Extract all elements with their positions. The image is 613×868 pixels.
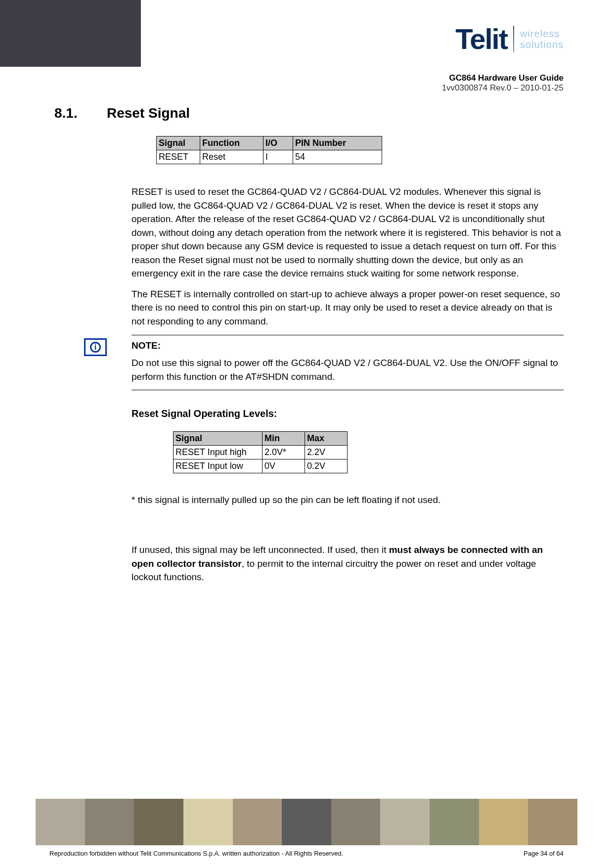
note-label: NOTE: [131, 340, 564, 351]
tagline-line-1: wireless [520, 28, 560, 39]
footer-image-strip [36, 799, 577, 845]
td-pin: 54 [293, 150, 382, 164]
para3-pre: If unused, this signal may be left uncon… [131, 545, 389, 555]
td-signal: RESET Input low [174, 459, 263, 473]
info-icon-glyph: i [90, 342, 101, 353]
th-min: Min [263, 431, 305, 445]
paragraph-reset-desc: RESET is used to reset the GC864-QUAD V2… [131, 185, 564, 280]
levels-table: Signal Min Max RESET Input high 2.0V* 2.… [173, 431, 348, 473]
section-title: Reset Signal [107, 105, 190, 121]
signal-table: Signal Function I/O PIN Number RESET Res… [156, 136, 382, 164]
logo-text: Telit [455, 22, 507, 55]
section-heading: 8.1. Reset Signal [54, 105, 564, 121]
table-header-row: Signal Function I/O PIN Number [157, 137, 382, 150]
td-function: Reset [200, 150, 263, 164]
doc-rev: 1vv0300874 Rev.0 – 2010-01-25 [442, 83, 564, 93]
note-box: i NOTE: Do not use this signal to power … [131, 335, 564, 390]
table-row: RESET Reset I 54 [157, 150, 382, 164]
footer-right: Page 34 of 64 [524, 850, 564, 857]
doc-title: GC864 Hardware User Guide [442, 73, 564, 83]
th-max: Max [305, 431, 348, 445]
td-io: I [263, 150, 293, 164]
th-io: I/O [263, 137, 293, 150]
td-signal: RESET Input high [174, 445, 263, 459]
section-number: 8.1. [54, 105, 84, 121]
table-row: RESET Input low 0V 0.2V [174, 459, 348, 473]
paragraph-reset-startup: The RESET is internally controlled on st… [131, 287, 564, 328]
td-min: 2.0V* [263, 445, 305, 459]
footer: Reproduction forbidden without Telit Com… [49, 850, 564, 857]
footer-left: Reproduction forbidden without Telit Com… [49, 850, 343, 857]
logo-divider [513, 26, 514, 52]
doc-meta: GC864 Hardware User Guide 1vv0300874 Rev… [442, 73, 564, 93]
td-max: 0.2V [305, 459, 348, 473]
td-min: 0V [263, 459, 305, 473]
subheading-levels: Reset Signal Operating Levels: [131, 408, 564, 419]
header-dark-block [0, 0, 141, 67]
brand-logo: Telit wireless solutions [455, 22, 564, 55]
table-row: RESET Input high 2.0V* 2.2V [174, 445, 348, 459]
footnote: * this signal is internally pulled up so… [131, 493, 564, 507]
info-icon: i [84, 338, 107, 356]
th-pin: PIN Number [293, 137, 382, 150]
th-function: Function [200, 137, 263, 150]
note-body: Do not use this signal to power off the … [131, 356, 564, 383]
th-signal: Signal [157, 137, 200, 150]
th-signal: Signal [174, 431, 263, 445]
table-header-row: Signal Min Max [174, 431, 348, 445]
tagline-line-2: solutions [520, 39, 564, 50]
logo-tagline: wireless solutions [520, 28, 564, 50]
td-max: 2.2V [305, 445, 348, 459]
td-signal: RESET [157, 150, 200, 164]
paragraph-unused: If unused, this signal may be left uncon… [131, 543, 564, 584]
